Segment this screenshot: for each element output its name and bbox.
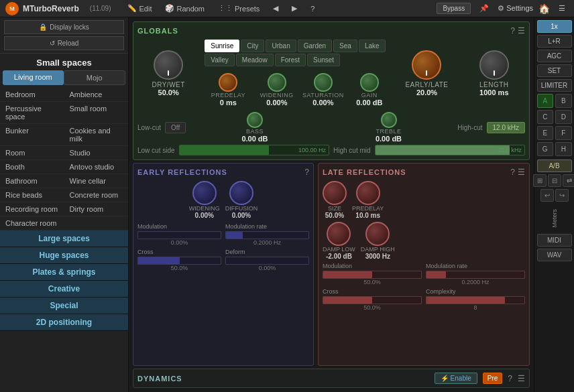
limiter-button[interactable]: LIMITER — [537, 79, 572, 92]
preset-dirty[interactable]: Dirty room — [64, 202, 129, 216]
nav-next[interactable]: ▶ — [288, 3, 300, 14]
er-widening-knob[interactable] — [192, 181, 217, 205]
tab-mojo[interactable]: Mojo — [64, 70, 126, 85]
redo-icon[interactable]: ↪ — [555, 189, 569, 202]
category-huge[interactable]: Huge spaces — [0, 247, 128, 264]
wav-button[interactable]: WAV — [537, 249, 572, 261]
tab-city[interactable]: City — [241, 40, 264, 52]
preset-bathroom[interactable]: Bathroom — [0, 174, 64, 188]
lr-damp-high-knob[interactable] — [365, 222, 390, 246]
menu-button[interactable]: ☰ — [555, 3, 569, 14]
gain-knob[interactable] — [360, 73, 379, 92]
preset-bunker[interactable]: Bunker — [0, 124, 64, 146]
lr-complexity-bar[interactable] — [426, 296, 525, 304]
preset-concrete[interactable]: Concrete room — [64, 188, 129, 202]
meter-e[interactable]: E — [537, 126, 554, 140]
meter-set-button[interactable]: SET — [537, 64, 572, 77]
meter-f[interactable]: F — [555, 126, 572, 140]
category-special[interactable]: Special — [0, 298, 128, 314]
bass-knob[interactable] — [247, 112, 263, 128]
pin-icon[interactable]: 📌 — [476, 3, 492, 14]
copy-icon[interactable]: ⊞ — [533, 174, 547, 187]
low-cut-value[interactable]: Off — [165, 122, 186, 133]
preset-recording[interactable]: Recording room — [0, 202, 64, 216]
early-reflections-help[interactable]: ? — [304, 168, 309, 177]
early-late-knob[interactable] — [412, 50, 441, 80]
tab-forest[interactable]: Forest — [275, 54, 306, 66]
undo-icon[interactable]: ↩ — [540, 189, 554, 202]
reload-button[interactable]: ↺ Reload — [4, 36, 124, 50]
meter-b[interactable]: B — [555, 94, 572, 108]
preset-cookies[interactable]: Cookies and milk — [64, 124, 129, 146]
lr-damp-low-knob[interactable] — [327, 222, 351, 246]
meter-lr-button[interactable]: L+R — [537, 35, 572, 48]
edit-button[interactable]: ✏️ Edit — [124, 3, 155, 14]
high-cut-mid-bar[interactable]: 20.0 kHz — [375, 145, 525, 155]
dynamics-help-icon[interactable]: ? — [508, 374, 512, 383]
meter-1x-button[interactable]: 1x — [537, 20, 572, 33]
high-cut-value[interactable]: 12.0 kHz — [487, 122, 525, 133]
tab-valley[interactable]: Valley — [205, 54, 235, 66]
random-button[interactable]: 🎲 Random — [162, 3, 208, 14]
tab-lake[interactable]: Lake — [359, 40, 386, 52]
presets-button[interactable]: ⋮⋮ Presets — [215, 3, 263, 14]
enable-button[interactable]: ⚡ Enable — [435, 373, 477, 384]
swap-icon[interactable]: ⇄ — [563, 174, 575, 187]
preset-ambience[interactable]: Ambience — [64, 88, 129, 102]
er-deform-bar[interactable] — [225, 257, 309, 265]
category-creative[interactable]: Creative — [0, 281, 128, 298]
bypass-button[interactable]: Bypass — [437, 3, 471, 14]
category-large[interactable]: Large spaces — [0, 231, 128, 247]
er-diffusion-knob[interactable] — [229, 181, 253, 205]
lr-mod-bar[interactable] — [323, 271, 422, 279]
preset-bedroom[interactable]: Bedroom — [0, 88, 64, 102]
tab-sunset[interactable]: Sunset — [307, 54, 340, 66]
lr-cross-bar[interactable] — [323, 296, 422, 304]
preset-booth[interactable]: Booth — [0, 160, 64, 174]
pre-button[interactable]: Pre — [483, 373, 503, 384]
meter-g[interactable]: G — [537, 142, 554, 156]
low-cut-side-bar[interactable]: 100.00 Hz — [179, 145, 329, 155]
category-plates[interactable]: Plates & springs — [0, 264, 128, 281]
length-knob[interactable] — [479, 50, 509, 80]
meter-h[interactable]: H — [555, 142, 572, 156]
globals-menu-icon[interactable]: ☰ — [518, 26, 525, 36]
ab-button[interactable]: A/B — [537, 159, 572, 172]
er-cross-bar[interactable] — [137, 257, 221, 265]
preset-room[interactable]: Room — [0, 146, 64, 160]
home-button[interactable]: 🏠 — [538, 3, 550, 14]
preset-character[interactable]: Character room — [0, 216, 64, 231]
widening-knob[interactable] — [268, 73, 286, 92]
tab-garden[interactable]: Garden — [298, 40, 332, 52]
lr-mod-rate-bar[interactable] — [426, 271, 525, 279]
tab-meadow[interactable]: Meadow — [236, 54, 274, 66]
display-locks-button[interactable]: 🔒 Display locks — [4, 20, 124, 34]
dynamics-menu-icon[interactable]: ☰ — [518, 374, 525, 383]
preset-antovo[interactable]: Antovo studio — [64, 160, 129, 174]
late-help-icon[interactable]: ? — [510, 168, 515, 177]
lr-predelay-knob[interactable] — [356, 181, 380, 205]
tab-urban[interactable]: Urban — [266, 40, 296, 52]
tab-sunrise[interactable]: Sunrise — [205, 40, 239, 52]
saturation-knob[interactable] — [314, 73, 333, 92]
treble-knob[interactable] — [381, 112, 397, 128]
settings-button[interactable]: ⚙ Settings — [498, 4, 533, 13]
tab-living-room[interactable]: Living room — [3, 70, 64, 85]
nav-prev[interactable]: ◀ — [270, 3, 282, 14]
preset-wine-cellar[interactable]: Wine cellar — [64, 174, 129, 188]
paste-icon[interactable]: ⊟ — [548, 174, 561, 187]
tab-sea[interactable]: Sea — [333, 40, 357, 52]
preset-small-room[interactable]: Small room — [64, 102, 129, 124]
preset-studio[interactable]: Studio — [64, 146, 129, 160]
preset-percussive[interactable]: Percussive space — [0, 102, 64, 124]
meter-a[interactable]: A — [537, 94, 554, 108]
info-button[interactable]: ? — [307, 3, 318, 14]
er-mod-rate-bar[interactable] — [225, 231, 309, 239]
late-menu-icon[interactable]: ☰ — [518, 168, 525, 177]
lr-size-knob[interactable] — [323, 181, 347, 205]
predelay-knob[interactable] — [219, 73, 237, 92]
meter-agc-button[interactable]: AGC — [537, 50, 572, 62]
midi-button[interactable]: MIDI — [537, 234, 572, 247]
er-mod-bar[interactable] — [137, 231, 221, 239]
preset-rice-beads[interactable]: Rice beads — [0, 188, 64, 202]
